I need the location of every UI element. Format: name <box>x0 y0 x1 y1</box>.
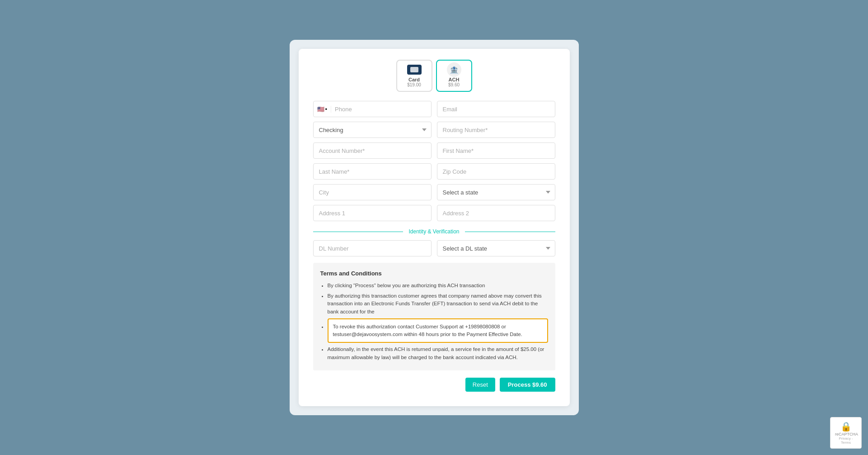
last-name-field <box>313 163 432 180</box>
card-label: Card <box>408 77 420 82</box>
city-field <box>313 184 432 200</box>
email-field-wrapper: test@dejavoosystem.com <box>437 101 555 117</box>
divider-line-right <box>465 232 555 232</box>
first-name-field <box>437 142 555 159</box>
payment-method-selector: Card $19.00 🏦 ACH $9.60 <box>313 60 555 92</box>
last-name-input[interactable] <box>313 163 432 180</box>
recaptcha-icon: 🔒 <box>835 421 857 432</box>
flag-emoji: 🇺🇸 <box>317 106 324 113</box>
ach-icon: 🏦 <box>447 62 461 77</box>
phone-email-row: 🇺🇸 • test@dejavoosystem.com <box>313 101 555 117</box>
first-name-input[interactable] <box>437 142 555 159</box>
outer-frame: Card $19.00 🏦 ACH $9.60 🇺🇸 • <box>290 40 579 415</box>
email-input[interactable]: test@dejavoosystem.com <box>437 101 555 117</box>
phone-field-wrapper: 🇺🇸 • <box>313 101 432 117</box>
routing-number-field <box>437 122 555 138</box>
state-field: Select a state <box>437 184 555 200</box>
dl-number-field <box>313 240 432 256</box>
terms-item-2: By authorizing this transaction customer… <box>328 292 548 316</box>
city-state-row: Select a state <box>313 184 555 200</box>
terms-item-highlight: To revoke this authorization contact Cus… <box>328 318 548 343</box>
dl-state-select[interactable]: Select a DL state <box>437 240 555 256</box>
terms-title: Terms and Conditions <box>320 269 548 278</box>
account-routing-row: Checking Savings <box>313 122 555 138</box>
address-row <box>313 205 555 221</box>
process-button[interactable]: Process $9.60 <box>500 378 555 392</box>
phone-flag: 🇺🇸 • <box>314 106 332 113</box>
zip-input[interactable] <box>437 163 555 180</box>
address2-field <box>437 205 555 221</box>
account-number-input[interactable] <box>313 142 432 159</box>
identity-divider: Identity & Verification <box>313 228 555 235</box>
dl-number-input[interactable] <box>313 240 432 256</box>
dl-row: Select a DL state <box>313 240 555 256</box>
card-chip-decoration <box>410 67 418 72</box>
routing-number-input[interactable] <box>437 122 555 138</box>
phone-input-group[interactable]: 🇺🇸 • <box>313 101 432 117</box>
card-icon-wrapper <box>406 64 422 75</box>
credit-card-icon <box>407 65 422 75</box>
ach-icon-wrapper: 🏦 <box>446 64 462 75</box>
ach-label: ACH <box>449 77 460 82</box>
recaptcha-links: Privacy - Terms <box>835 436 857 445</box>
payment-form-card: Card $19.00 🏦 ACH $9.60 🇺🇸 • <box>299 49 570 406</box>
address1-input[interactable] <box>313 205 432 221</box>
address1-field <box>313 205 432 221</box>
account-number-field <box>313 142 432 159</box>
card-payment-option[interactable]: Card $19.00 <box>396 60 432 92</box>
identity-section-label: Identity & Verification <box>408 228 459 235</box>
lastname-zip-row <box>313 163 555 180</box>
recaptcha-badge: 🔒 reCAPTCHA Privacy - Terms <box>830 417 862 449</box>
terms-list: By clicking "Process" below you are auth… <box>320 282 548 361</box>
card-price: $19.00 <box>407 82 421 87</box>
account-type-field: Checking Savings <box>313 122 432 138</box>
phone-separator: • <box>325 106 328 113</box>
city-input[interactable] <box>313 184 432 200</box>
account-type-select[interactable]: Checking Savings <box>313 122 432 138</box>
terms-box: Terms and Conditions By clicking "Proces… <box>313 263 555 370</box>
recaptcha-label: reCAPTCHA <box>835 432 857 436</box>
reset-button[interactable]: Reset <box>465 378 495 392</box>
terms-item-4: Additionally, in the event this ACH is r… <box>328 346 548 361</box>
zip-field <box>437 163 555 180</box>
account-firstname-row <box>313 142 555 159</box>
address2-input[interactable] <box>437 205 555 221</box>
terms-item-1: By clicking "Process" below you are auth… <box>328 282 548 289</box>
ach-payment-option[interactable]: 🏦 ACH $9.60 <box>436 60 472 92</box>
divider-line-left <box>313 232 404 232</box>
dl-state-field: Select a DL state <box>437 240 555 256</box>
ach-price: $9.60 <box>448 82 460 87</box>
state-select[interactable]: Select a state <box>437 184 555 200</box>
action-buttons-row: Reset Process $9.60 <box>313 378 555 392</box>
phone-input[interactable] <box>331 101 431 117</box>
